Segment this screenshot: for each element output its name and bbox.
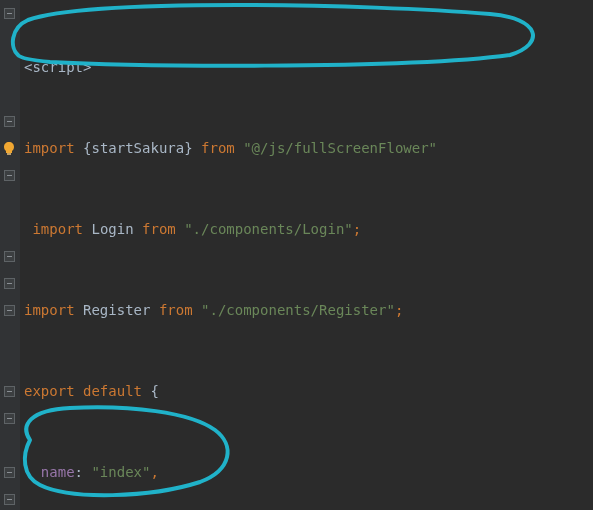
kw-default: default xyxy=(83,383,150,399)
prop-key: name xyxy=(41,464,75,480)
kw-import: import xyxy=(24,140,83,156)
code-line[interactable]: import {startSakura} from "@/js/fullScre… xyxy=(24,135,593,162)
fold-marker-icon[interactable] xyxy=(4,467,15,478)
code-line[interactable]: import Register from "./components/Regis… xyxy=(24,297,593,324)
code-line[interactable]: export default { xyxy=(24,378,593,405)
fold-marker-icon[interactable] xyxy=(4,170,15,181)
brace: } xyxy=(184,140,192,156)
string: "./components/Login" xyxy=(184,221,353,237)
identifier: startSakura xyxy=(91,140,184,156)
code-area[interactable]: <script> import {startSakura} from "@/js… xyxy=(20,0,593,510)
fold-marker-icon[interactable] xyxy=(4,8,15,19)
fold-marker-icon[interactable] xyxy=(4,386,15,397)
fold-marker-icon[interactable] xyxy=(4,494,15,505)
comma: , xyxy=(150,464,158,480)
colon: : xyxy=(75,464,92,480)
kw-from: from xyxy=(150,302,201,318)
tag-close: > xyxy=(83,59,91,75)
fold-marker-icon[interactable] xyxy=(4,305,15,316)
code-line[interactable]: import Login from "./components/Login"; xyxy=(24,216,593,243)
code-editor[interactable]: <script> import {startSakura} from "@/js… xyxy=(0,0,593,510)
gutter xyxy=(0,0,20,510)
string: "index" xyxy=(91,464,150,480)
string: "@/js/fullScreenFlower" xyxy=(243,140,437,156)
identifier: Register xyxy=(83,302,150,318)
semicolon: ; xyxy=(353,221,361,237)
fold-marker-icon[interactable] xyxy=(4,251,15,262)
fold-marker-icon[interactable] xyxy=(4,278,15,289)
kw-from: from xyxy=(134,221,185,237)
code-line[interactable]: name: "index", xyxy=(24,459,593,486)
identifier: Login xyxy=(91,221,133,237)
semicolon: ; xyxy=(395,302,403,318)
lightbulb-icon[interactable] xyxy=(3,142,15,156)
tag-name: script xyxy=(32,59,83,75)
kw-export: export xyxy=(24,383,83,399)
code-line[interactable]: <script> xyxy=(24,54,593,81)
svg-rect-0 xyxy=(7,153,11,155)
fold-marker-icon[interactable] xyxy=(4,116,15,127)
fold-marker-icon[interactable] xyxy=(4,413,15,424)
kw-import: import xyxy=(24,302,83,318)
kw-import: import xyxy=(32,221,91,237)
brace: { xyxy=(150,383,158,399)
string: "./components/Register" xyxy=(201,302,395,318)
kw-from: from xyxy=(193,140,244,156)
